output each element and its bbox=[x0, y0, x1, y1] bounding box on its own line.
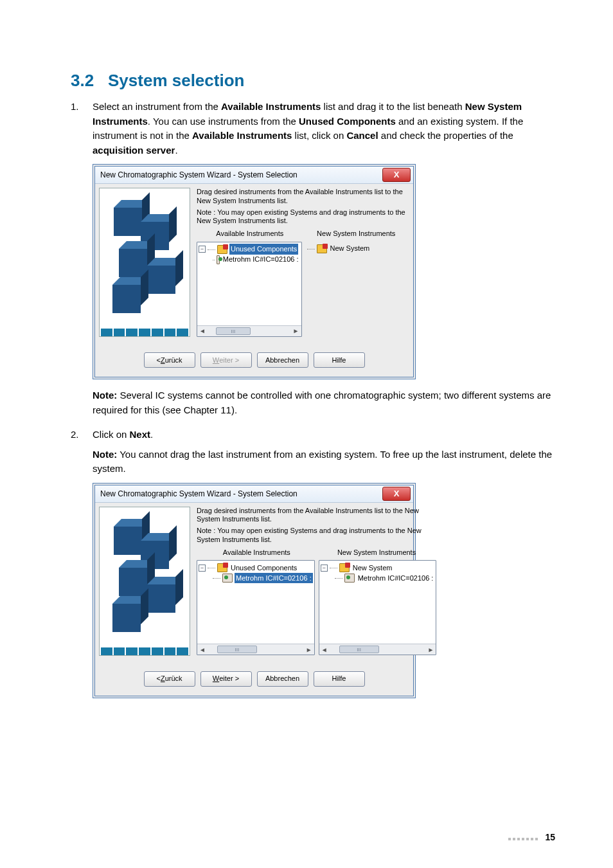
scroll-left-icon[interactable]: ◄ bbox=[197, 645, 208, 655]
col-header-available: Available Instruments bbox=[197, 228, 303, 239]
cancel-button[interactable]: Abbrechen bbox=[257, 352, 308, 368]
tree-row-unused-components[interactable]: − Unused Components bbox=[199, 244, 300, 255]
close-icon[interactable]: X bbox=[382, 168, 411, 182]
next-button[interactable]: Weiter > bbox=[200, 671, 252, 687]
instrument-icon bbox=[217, 255, 220, 264]
back-button[interactable]: < Zurück bbox=[144, 671, 195, 687]
horizontal-scrollbar[interactable]: ◄ III ► bbox=[197, 325, 301, 336]
instrument-icon bbox=[222, 574, 233, 583]
step-2-text: Click on Next. bbox=[93, 428, 555, 442]
section-number: 3.2 bbox=[71, 71, 108, 91]
dialog-title: New Chromatographic System Wizard - Syst… bbox=[100, 169, 298, 181]
new-system-tree[interactable]: − New System bbox=[319, 560, 437, 655]
scroll-right-icon[interactable]: ► bbox=[291, 326, 301, 336]
page-number: 15 bbox=[545, 832, 555, 842]
tree-row-new-system[interactable]: − New System bbox=[321, 563, 435, 573]
scroll-right-icon[interactable]: ► bbox=[425, 645, 436, 655]
horizontal-scrollbar[interactable]: ◄ III ► bbox=[319, 644, 436, 655]
dialog-help-2: Note : You may open existing Systems and… bbox=[197, 208, 409, 226]
tree-label-new-system[interactable]: New System bbox=[329, 243, 371, 254]
page-footer: 15 bbox=[508, 832, 555, 842]
instrument-icon bbox=[344, 574, 355, 583]
step-number: 1. bbox=[71, 100, 93, 422]
scroll-left-icon[interactable]: ◄ bbox=[197, 326, 208, 336]
new-system-tree[interactable]: New System bbox=[306, 242, 410, 336]
horizontal-scrollbar[interactable]: ◄ III ► bbox=[197, 644, 314, 655]
dialog-titlebar[interactable]: New Chromatographic System Wizard - Syst… bbox=[95, 485, 413, 503]
tree-label-instrument[interactable]: Metrohm IC#IC=02106 : bbox=[357, 573, 435, 584]
tree-row-new-system[interactable]: New System bbox=[307, 244, 409, 254]
section-title: System selection bbox=[108, 71, 244, 90]
tree-row-instrument[interactable]: Metrohm IC#IC=02106 : bbox=[199, 573, 313, 583]
dialog-help-1: Drag desired instruments from the Availa… bbox=[197, 507, 436, 525]
scroll-right-icon[interactable]: ► bbox=[304, 645, 314, 655]
close-icon[interactable]: X bbox=[382, 487, 411, 501]
help-button[interactable]: Hilfe bbox=[314, 352, 365, 368]
dialog-titlebar[interactable]: New Chromatographic System Wizard - Syst… bbox=[95, 167, 413, 184]
step-2: 2. Click on Next. Note: You cannot drag … bbox=[71, 428, 555, 707]
tree-label-instrument[interactable]: Metrohm IC#IC=02106 : bbox=[235, 573, 313, 584]
folder-icon bbox=[217, 245, 227, 254]
step-2-note: Note: You cannot drag the last instrumen… bbox=[93, 448, 555, 476]
tree-row-instrument[interactable]: Metrohm IC#IC=02106 : bbox=[321, 573, 435, 583]
back-button[interactable]: < Zurück bbox=[144, 352, 195, 368]
collapse-icon[interactable]: − bbox=[199, 565, 206, 572]
tree-row-instrument[interactable]: Metrohm IC#IC=02106 : bbox=[199, 255, 300, 265]
dialog-title: New Chromatographic System Wizard - Syst… bbox=[100, 488, 298, 500]
available-instruments-tree[interactable]: − Unused Components bbox=[197, 242, 302, 337]
dialog-help-2: Note : You may open existing Systems and… bbox=[197, 527, 436, 545]
scrollbar-thumb[interactable]: III bbox=[339, 646, 379, 653]
section-heading: 3.2System selection bbox=[71, 71, 555, 91]
wizard-dialog-after: New Chromatographic System Wizard - Syst… bbox=[93, 483, 416, 698]
col-header-new-system: New System Instruments bbox=[317, 547, 437, 558]
folder-icon bbox=[339, 563, 350, 572]
wizard-graphic bbox=[99, 507, 190, 656]
scrollbar-thumb[interactable]: III bbox=[217, 646, 257, 653]
wizard-dialog-before: New Chromatographic System Wizard - Syst… bbox=[93, 164, 416, 379]
tree-label-new-system[interactable]: New System bbox=[351, 563, 394, 574]
scroll-left-icon[interactable]: ◄ bbox=[319, 645, 330, 655]
wizard-graphic bbox=[99, 188, 190, 337]
collapse-icon[interactable]: − bbox=[199, 246, 206, 253]
step-1-note: Note: Several IC systems cannot be contr… bbox=[93, 388, 555, 417]
tree-label-unused[interactable]: Unused Components bbox=[229, 563, 298, 574]
folder-icon bbox=[217, 563, 227, 572]
help-button[interactable]: Hilfe bbox=[314, 671, 365, 687]
step-1: 1. Select an instrument from the Availab… bbox=[71, 100, 555, 422]
tree-label-instrument[interactable]: Metrohm IC#IC=02106 : bbox=[222, 254, 300, 265]
folder-icon bbox=[317, 244, 327, 253]
col-header-available: Available Instruments bbox=[197, 547, 317, 558]
tree-label-unused[interactable]: Unused Components bbox=[229, 244, 298, 255]
scrollbar-thumb[interactable]: III bbox=[216, 327, 251, 335]
collapse-icon[interactable]: − bbox=[321, 565, 328, 572]
step-number: 2. bbox=[71, 428, 93, 707]
tree-row-unused-components[interactable]: − Unused Components bbox=[199, 563, 313, 573]
col-header-new-system: New System Instruments bbox=[303, 228, 410, 239]
cancel-button[interactable]: Abbrechen bbox=[257, 671, 308, 687]
next-button: Weiter > bbox=[200, 352, 252, 368]
step-1-text: Select an instrument from the Available … bbox=[93, 100, 555, 158]
footer-dots-icon bbox=[508, 832, 540, 842]
dialog-help-1: Drag desired instruments from the Availa… bbox=[197, 188, 409, 206]
available-instruments-tree[interactable]: − Unused Components bbox=[197, 560, 315, 655]
